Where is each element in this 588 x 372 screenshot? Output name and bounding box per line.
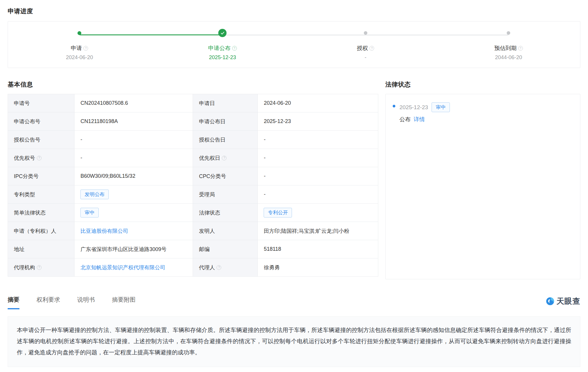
field-value: - — [258, 185, 378, 204]
field-label: 优先权日? — [193, 149, 258, 167]
tab-abstract-figure[interactable]: 摘要附图 — [112, 296, 136, 309]
table-row: 简单法律状态 审中 法律状态 专利公开 — [8, 204, 378, 222]
field-label: 申请日 — [193, 94, 258, 112]
help-icon[interactable]: ? — [232, 46, 237, 51]
table-row: 申请号 CN202410807508.6 申请日 2024-06-20 — [8, 94, 378, 112]
field-value: 徐勇勇 — [258, 258, 378, 277]
table-row: 申请公布号 CN121180198A 申请公布日 2025-12-23 — [8, 112, 378, 131]
field-value: 审中 — [75, 204, 193, 222]
document-tabs: 摘要 权利要求 说明书 摘要附图 天眼查 — [8, 296, 580, 309]
abstract-text: 本申请公开一种车辆避撞的控制方法、车辆避撞的控制装置、车辆和存储介质。所述车辆避… — [17, 324, 571, 358]
field-value: CN202410807508.6 — [75, 94, 193, 112]
field-label: 地址 — [8, 240, 75, 258]
field-value: - — [258, 149, 378, 167]
field-value: 专利公开 — [258, 204, 378, 222]
help-icon[interactable]: ? — [37, 156, 42, 160]
tianyancha-logo-icon — [546, 297, 555, 306]
field-value: - — [258, 131, 378, 149]
step-dot-pending — [364, 31, 367, 35]
help-icon[interactable]: ? — [369, 46, 374, 51]
field-label: 申请公布日 — [193, 112, 258, 131]
application-progress-card: 申请 ? 2024-06-20 申请公布 ? 2025-1 — [8, 21, 580, 68]
progress-step-publication: 申请公布 ? 2025-12-23 — [151, 21, 294, 61]
simple-legal-status-badge: 审中 — [80, 208, 99, 217]
tab-claims[interactable]: 权利要求 — [37, 296, 60, 309]
table-row: 申请（专利权）人 比亚迪股份有限公司 发明人 田方印;陆国祥;马宝淇;旷云龙;闫… — [8, 222, 378, 240]
progress-section-title: 申请进度 — [8, 7, 580, 15]
step-date: - — [294, 54, 437, 61]
field-label: 申请（专利权）人 — [8, 222, 75, 240]
field-label: 专利类型 — [8, 185, 75, 204]
abstract-panel: 本申请公开一种车辆避撞的控制方法、车辆避撞的控制装置、车辆和存储介质。所述车辆避… — [8, 316, 580, 367]
field-label: 授权公告号 — [8, 131, 75, 149]
tianyancha-logo[interactable]: 天眼查 — [546, 296, 580, 309]
field-label: 邮编 — [193, 240, 258, 258]
field-value: 2024-06-20 — [258, 94, 378, 112]
field-value: 田方印;陆国祥;马宝淇;旷云龙;闫小粉 — [258, 222, 378, 240]
help-icon[interactable]: ? — [518, 46, 523, 51]
table-row: 专利类型 发明公布 受理局 - — [8, 185, 378, 204]
field-value: - — [75, 131, 193, 149]
help-icon[interactable]: ? — [217, 265, 221, 270]
step-date: 2024-06-20 — [8, 54, 151, 61]
legal-status-badge: 专利公开 — [264, 208, 292, 217]
step-date: 2044-06-20 — [437, 54, 580, 61]
legal-status-card: 2025-12-23 审中 公布 详情 — [385, 94, 580, 279]
field-value: 北京知帆远景知识产权代理有限公司 — [75, 258, 193, 277]
field-value: CN121180198A — [75, 112, 193, 131]
field-label: 简单法律状态 — [8, 204, 75, 222]
legal-status-entry-badge: 审中 — [432, 102, 450, 112]
step-label: 申请 — [71, 44, 82, 52]
progress-step-grant: 授权 ? - — [294, 21, 437, 61]
patent-type-badge: 发明公布 — [80, 190, 109, 199]
step-label: 预估到期 — [494, 44, 517, 52]
field-label: 受理局 — [193, 185, 258, 204]
legal-event-label: 公布 — [399, 116, 411, 123]
field-label: 授权公告日 — [193, 131, 258, 149]
help-icon[interactable]: ? — [37, 265, 42, 270]
step-dot-pending — [507, 31, 510, 35]
field-label: 代理人? — [193, 258, 258, 277]
brand-name: 天眼查 — [556, 296, 580, 306]
field-value: - — [75, 149, 193, 167]
field-label: 法律状态 — [193, 204, 258, 222]
patent-detail-page: 申请进度 申请 ? 2024-06-20 — [0, 0, 588, 372]
field-value: B60W30/09;B60L15/32 — [75, 167, 193, 185]
table-row: 代理机构? 北京知帆远景知识产权代理有限公司 代理人? 徐勇勇 — [8, 258, 378, 277]
check-circle-icon — [218, 29, 227, 37]
field-label: 申请公布号 — [8, 112, 75, 131]
field-value: 比亚迪股份有限公司 — [75, 222, 193, 240]
applicant-link[interactable]: 比亚迪股份有限公司 — [80, 228, 128, 234]
field-value: 广东省深圳市坪山区比亚迪路3009号 — [75, 240, 193, 258]
legal-status-title: 法律状态 — [385, 80, 580, 89]
help-icon[interactable]: ? — [83, 46, 88, 51]
table-row: IPC分类号 B60W30/09;B60L15/32 CPC分类号 - — [8, 167, 378, 185]
legal-status-date: 2025-12-23 — [399, 104, 428, 111]
tab-abstract[interactable]: 摘要 — [8, 296, 19, 309]
field-label: 申请号 — [8, 94, 75, 112]
bullet-dot-icon — [393, 105, 395, 107]
field-label: 优先权号? — [8, 149, 75, 167]
progress-step-application: 申请 ? 2024-06-20 — [8, 21, 151, 61]
field-value: 518118 — [258, 240, 378, 258]
table-row: 优先权号? - 优先权日? - — [8, 149, 378, 167]
basic-info-title: 基本信息 — [8, 80, 378, 89]
detail-link[interactable]: 详情 — [414, 116, 425, 123]
legal-status-entry: 2025-12-23 审中 公布 详情 — [393, 102, 573, 123]
table-row: 授权公告号 - 授权公告日 - — [8, 131, 378, 149]
step-dot-done — [77, 31, 81, 35]
field-value: - — [258, 167, 378, 185]
help-icon[interactable]: ? — [222, 156, 227, 160]
step-label: 申请公布 — [208, 44, 231, 52]
field-value: 发明公布 — [75, 185, 193, 204]
field-label: 代理机构? — [8, 258, 75, 277]
field-label: 发明人 — [193, 222, 258, 240]
field-label: CPC分类号 — [193, 167, 258, 185]
step-date: 2025-12-23 — [151, 54, 294, 61]
step-label: 授权 — [357, 44, 368, 52]
table-row: 地址 广东省深圳市坪山区比亚迪路3009号 邮编 518118 — [8, 240, 378, 258]
tab-description[interactable]: 说明书 — [77, 296, 95, 309]
progress-step-expiry: 预估到期 ? 2044-06-20 — [437, 21, 580, 61]
field-value: 2025-12-23 — [258, 112, 378, 131]
agency-link[interactable]: 北京知帆远景知识产权代理有限公司 — [80, 265, 165, 270]
